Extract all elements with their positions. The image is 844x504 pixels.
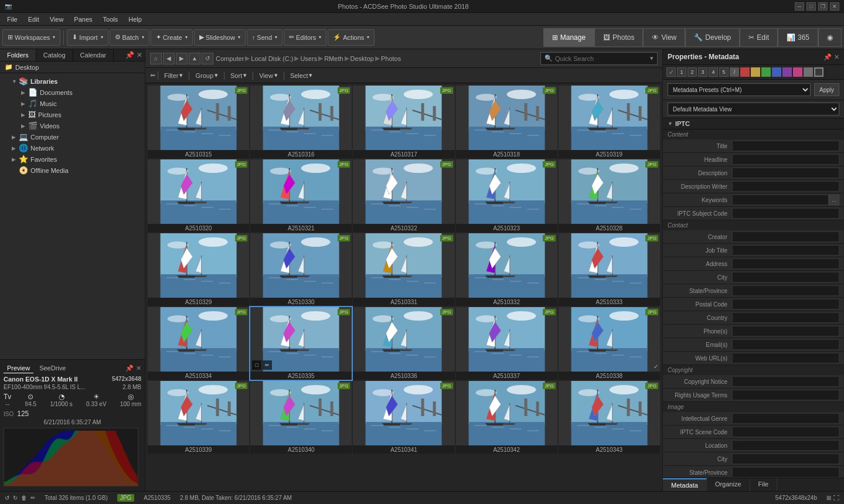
tab-seedrive[interactable]: SeeDrive <box>36 363 69 373</box>
nav-up-button[interactable]: ▲ <box>189 53 200 64</box>
photo-cell[interactable]: JPGA2510316 <box>250 86 352 158</box>
tree-item-network[interactable]: ▶ 🌐 Network <box>0 142 145 154</box>
photo-cell[interactable]: JPGA2510315 <box>148 86 249 158</box>
develop-mode-button[interactable]: 🔧 Develop <box>685 28 740 47</box>
color-swatch-purple[interactable] <box>782 67 792 77</box>
tree-item-pictures[interactable]: ▶ 🖼 Pictures <box>0 109 145 120</box>
photo-cell[interactable]: JPGA2510330 <box>250 233 352 306</box>
photo-cell[interactable]: JPGA2510320 <box>148 159 249 232</box>
photos-mode-button[interactable]: 🖼 Photos <box>594 28 643 47</box>
nav-refresh-button[interactable]: ↺ <box>202 53 213 64</box>
creator-input[interactable] <box>732 231 839 242</box>
close-preview-icon[interactable]: ✕ <box>136 365 141 372</box>
menu-tools[interactable]: Tools <box>98 15 123 24</box>
edit-status-icon[interactable]: ✏ <box>30 495 35 501</box>
rotate-left-icon[interactable]: ↺ <box>5 495 9 501</box>
menu-edit[interactable]: Edit <box>23 15 44 24</box>
color-swatch-red[interactable] <box>740 67 750 77</box>
check-button[interactable]: ✓ <box>666 67 676 77</box>
job-title-input[interactable] <box>732 245 839 256</box>
state-input[interactable] <box>732 285 839 296</box>
maximize-button[interactable]: □ <box>806 2 816 11</box>
tree-item-videos[interactable]: ▶ 🎬 Videos <box>0 120 145 131</box>
rights-usage-input[interactable] <box>732 390 839 400</box>
postal-input[interactable] <box>732 299 839 309</box>
search-input[interactable] <box>555 55 648 62</box>
create-button[interactable]: ✦ Create ▾ <box>151 29 193 46</box>
window-controls[interactable]: ─ □ ❐ ✕ <box>795 2 839 11</box>
num-btn-1[interactable]: 1 <box>677 67 686 77</box>
breadcrumb-rmeth[interactable]: RMeth <box>324 55 343 62</box>
view-mode-button[interactable]: 👁 View <box>643 28 685 47</box>
menu-file[interactable]: File <box>2 15 22 24</box>
tree-item-offline[interactable]: ▶ 📀 Offline Media <box>0 165 145 176</box>
photo-cell[interactable]: JPGA2510340 <box>250 381 352 454</box>
photo-cell[interactable]: JPGA2510342 <box>456 381 557 454</box>
iptc-scene-input[interactable] <box>732 427 839 437</box>
photo-cell[interactable]: JPGA2510328 <box>559 159 660 232</box>
keywords-input[interactable] <box>732 195 829 205</box>
photo-cell[interactable]: JPGA2510331 <box>353 233 454 306</box>
photo-cell[interactable]: JPGA2510318 <box>456 86 557 158</box>
rotate-right-icon[interactable]: ↻ <box>13 495 18 501</box>
breadcrumb-users[interactable]: Users <box>300 55 317 62</box>
group-button[interactable]: Group ▾ <box>192 70 222 80</box>
delete-icon[interactable]: 🗑 <box>21 495 27 501</box>
num-btn-4[interactable]: 4 <box>709 67 718 77</box>
color-swatch-pink[interactable] <box>793 67 802 77</box>
editors-button[interactable]: ✏ Editors ▾ <box>284 29 326 46</box>
tab-calendar[interactable]: Calendar <box>73 49 114 61</box>
photo-cell[interactable]: JPGA2510343 <box>559 381 660 454</box>
tree-item-computer[interactable]: ▶ 💻 Computer <box>0 131 145 142</box>
photo-cell[interactable]: JPGA2510341 <box>353 381 454 454</box>
photo-cell[interactable]: JPGA2510317 <box>353 86 454 158</box>
view-select[interactable]: Default Metadata View <box>668 103 839 115</box>
num-btn-5[interactable]: 5 <box>719 67 729 77</box>
color-swatch-gray[interactable] <box>804 67 813 77</box>
import-button[interactable]: ⬇ Import ▾ <box>67 29 108 46</box>
actions-button[interactable]: ⚡ Actions ▾ <box>328 29 375 46</box>
grid-view-icon[interactable]: ⊞ <box>826 495 831 501</box>
tree-item-music[interactable]: ▶ 🎵 Music <box>0 98 145 109</box>
tab-preview[interactable]: Preview <box>4 363 33 373</box>
manage-mode-button[interactable]: ⊞ Manage <box>543 28 594 47</box>
nav-home-button[interactable]: ⌂ <box>150 53 162 64</box>
photo-cell[interactable]: JPGA2510333 <box>559 233 660 306</box>
workspaces-button[interactable]: ⊞ Workspaces ▾ <box>2 29 60 46</box>
img-city-input[interactable] <box>732 454 839 464</box>
view-filter-button[interactable]: View ▾ <box>256 70 281 80</box>
search-dropdown-icon[interactable]: ▾ <box>650 55 654 62</box>
apply-button[interactable]: Apply <box>814 83 839 96</box>
photo-cell[interactable]: JPGA2510337 <box>456 307 557 380</box>
nav-forward-button[interactable]: ▶ <box>176 53 188 64</box>
headline-input[interactable] <box>732 154 839 165</box>
photo-cell[interactable]: JPGA2510323 <box>456 159 557 232</box>
filter-button[interactable]: Filter ▾ <box>161 70 186 80</box>
photo-cell[interactable]: JPG□✏A2510335 <box>250 307 352 380</box>
batch-button[interactable]: ⚙ Batch ▾ <box>110 29 149 46</box>
select-button[interactable]: Select ▾ <box>287 70 316 80</box>
tree-item-libraries[interactable]: ▼ 📚 Libraries <box>0 76 145 87</box>
sort-button[interactable]: Sort ▾ <box>227 70 250 80</box>
tab-organize[interactable]: Organize <box>707 478 750 491</box>
stats-mode-button[interactable]: 📊 365 <box>778 28 818 47</box>
pin-preview-icon[interactable]: 📌 <box>125 365 134 372</box>
nav-back-button[interactable]: ◀ <box>163 53 175 64</box>
slideshow-button[interactable]: ▶ Slideshow ▾ <box>194 29 246 46</box>
close-panel-icon[interactable]: ✕ <box>137 51 142 59</box>
menu-view[interactable]: View <box>45 15 69 24</box>
photo-cell[interactable]: JPGA2510329 <box>148 233 249 306</box>
minimize-button[interactable]: ─ <box>795 2 804 11</box>
send-button[interactable]: ↑ Send ▾ <box>247 29 283 46</box>
intellectual-genre-input[interactable] <box>732 413 839 424</box>
num-btn-3[interactable]: 3 <box>698 67 707 77</box>
tab-metadata[interactable]: Metadata <box>663 478 707 491</box>
preset-select[interactable]: Metadata Presets (Ctrl+M) <box>668 83 811 96</box>
photo-cell[interactable]: JPGA2510332 <box>456 233 557 306</box>
breadcrumb-desktop[interactable]: Desktop <box>350 55 374 62</box>
color-swatch-yellow[interactable] <box>751 67 760 77</box>
desc-writer-input[interactable] <box>732 181 839 192</box>
web-urls-input[interactable] <box>732 353 839 363</box>
color-swatch-green[interactable] <box>761 67 771 77</box>
photo-cell[interactable]: JPGA2510336 <box>353 307 454 380</box>
